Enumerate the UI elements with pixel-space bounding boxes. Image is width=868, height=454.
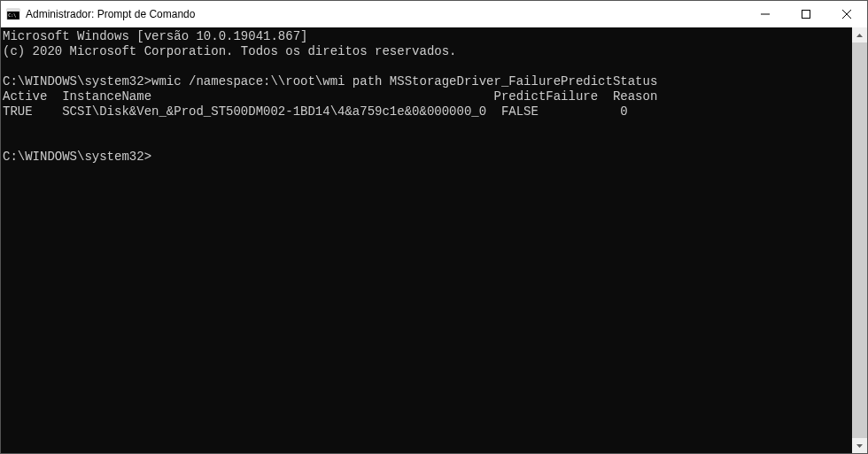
scroll-thumb[interactable] [852,42,867,438]
titlebar[interactable]: C:\ Administrador: Prompt de Comando [1,1,867,27]
svg-marker-8 [856,444,863,448]
terminal-output[interactable]: Microsoft Windows [versão 10.0.19041.867… [1,27,852,453]
minimize-button[interactable] [745,1,786,27]
svg-text:C:\: C:\ [8,12,16,18]
cmd-icon: C:\ [6,7,20,21]
terminal-line: TRUE SCSI\Disk&Ven_&Prod_ST500DM002-1BD1… [3,104,628,119]
terminal-line: Active InstanceName PredictFailure Reaso… [3,89,657,104]
svg-marker-7 [856,34,863,37]
terminal-line: (c) 2020 Microsoft Corporation. Todos os… [3,44,456,58]
close-button[interactable] [826,1,867,27]
command-prompt-window: C:\ Administrador: Prompt de Comando Mic… [0,0,868,454]
terminal-line: C:\WINDOWS\system32>wmic /namespace:\\ro… [3,74,657,88]
terminal-line: Microsoft Windows [versão 10.0.19041.867… [3,29,307,43]
window-title: Administrador: Prompt de Comando [26,8,745,20]
maximize-button[interactable] [786,1,826,27]
vertical-scrollbar[interactable] [852,27,867,453]
terminal-prompt: C:\WINDOWS\system32> [3,150,151,164]
terminal-container: Microsoft Windows [versão 10.0.19041.867… [1,27,867,453]
scroll-track[interactable] [852,42,867,438]
window-controls [745,1,867,27]
scroll-up-button[interactable] [852,27,867,42]
svg-rect-4 [802,11,810,19]
scroll-down-button[interactable] [852,438,867,453]
